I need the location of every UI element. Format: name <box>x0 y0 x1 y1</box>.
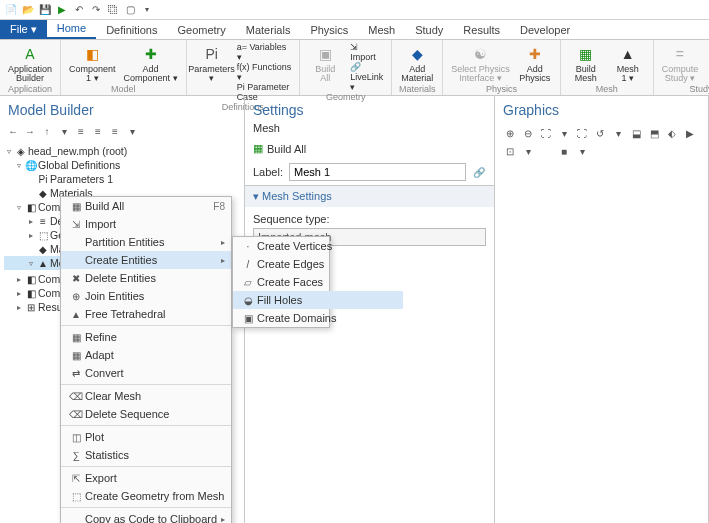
mb-tb-icon[interactable]: ≡ <box>108 124 122 138</box>
gx-tb-icon[interactable]: ▾ <box>557 126 571 140</box>
ribbon-add[interactable]: ✚Add Study <box>704 42 709 84</box>
tree-node[interactable]: ▿🌐Global Definitions <box>4 158 240 172</box>
label-label: Label: <box>253 166 283 178</box>
ribbon-build[interactable]: ▦Build Mesh <box>567 42 605 84</box>
gx-tb-icon[interactable] <box>539 144 553 158</box>
tree-node[interactable]: PiParameters 1 <box>4 172 240 186</box>
play-icon[interactable]: ▶ <box>55 3 69 17</box>
menu-free-tetrahedral[interactable]: ▲Free Tetrahedral <box>61 305 231 323</box>
tab-home[interactable]: Home <box>47 19 96 39</box>
graphics-pane: Graphics ⊕⊖⛶▾⛶↺▾⬓⬒⬖▶⊡▾■▾ <box>495 96 709 523</box>
graphics-canvas[interactable] <box>495 162 708 523</box>
menu-copy-as-code-to-clipboard[interactable]: Copy as Code to Clipboard▸ <box>61 510 231 523</box>
gx-tb-icon[interactable]: ■ <box>557 144 571 158</box>
tree-node[interactable]: ▿◈head_new.mph (root) <box>4 144 240 158</box>
ribbon-add[interactable]: ◆Add Material <box>398 42 436 84</box>
gx-tb-icon[interactable]: ↺ <box>593 126 607 140</box>
gx-tb-icon[interactable]: ⊕ <box>503 126 517 140</box>
create-entities-submenu: ·Create Vertices/Create Edges▱Create Fac… <box>232 236 330 328</box>
ribbon: AApplication BuilderApplication◧Componen… <box>0 40 709 96</box>
gx-tb-icon[interactable]: ⊖ <box>521 126 535 140</box>
mb-tb-icon[interactable]: ↑ <box>40 124 54 138</box>
tab-mesh[interactable]: Mesh <box>358 21 405 39</box>
quick-access-toolbar: 📄 📂 💾 ▶ ↶ ↷ ⿻ ▢ ▾ <box>0 0 709 20</box>
model-builder-title: Model Builder <box>8 102 236 118</box>
label-link-icon[interactable]: 🔗 <box>472 165 486 179</box>
mb-tb-icon[interactable]: ≡ <box>74 124 88 138</box>
mb-tb-icon[interactable]: ← <box>6 124 20 138</box>
gx-tb-icon[interactable]: ⬓ <box>629 126 643 140</box>
gx-tb-icon[interactable]: ⬒ <box>647 126 661 140</box>
tab-developer[interactable]: Developer <box>510 21 580 39</box>
label-input[interactable] <box>289 163 466 181</box>
menu-create-faces[interactable]: ▱Create Faces <box>233 273 403 291</box>
ribbon-component[interactable]: ◧Component 1 ▾ <box>67 42 118 84</box>
menu-adapt[interactable]: ▦Adapt <box>61 346 231 364</box>
mb-tb-icon[interactable]: ≡ <box>91 124 105 138</box>
model-builder-toolbar: ←→↑▾≡≡≡▾ <box>0 122 244 140</box>
menu-convert[interactable]: ⇄Convert <box>61 364 231 382</box>
tab-physics[interactable]: Physics <box>300 21 358 39</box>
mb-tb-icon[interactable]: → <box>23 124 37 138</box>
gx-tb-icon[interactable]: ▾ <box>521 144 535 158</box>
paste-icon[interactable]: ▢ <box>123 3 137 17</box>
menu-plot[interactable]: ◫Plot <box>61 428 231 446</box>
menu-build-all[interactable]: ▦Build AllF8 <box>61 197 231 215</box>
menu-create-vertices[interactable]: ·Create Vertices <box>233 237 403 255</box>
ribbon-stack-item[interactable]: a= Variables ▾ <box>235 42 294 62</box>
ribbon-application[interactable]: AApplication Builder <box>6 42 54 84</box>
ribbon-stack-item[interactable]: ⇲ Import <box>348 42 385 62</box>
tab-study[interactable]: Study <box>405 21 453 39</box>
ribbon-add[interactable]: ✚Add Component ▾ <box>122 42 180 84</box>
menu-partition-entities[interactable]: Partition Entities▸ <box>61 233 231 251</box>
save-icon[interactable]: 💾 <box>38 3 52 17</box>
tab-materials[interactable]: Materials <box>236 21 301 39</box>
graphics-toolbar: ⊕⊖⛶▾⛶↺▾⬓⬒⬖▶⊡▾■▾ <box>495 122 708 162</box>
doc-icon[interactable]: 📄 <box>4 3 18 17</box>
gx-tb-icon[interactable]: ▾ <box>611 126 625 140</box>
gx-tb-icon[interactable]: ⬖ <box>665 126 679 140</box>
tab-geometry[interactable]: Geometry <box>167 21 235 39</box>
sequence-type-label: Sequence type: <box>253 213 486 225</box>
tab-file[interactable]: File ▾ <box>0 20 47 39</box>
build-all-button[interactable]: ▦Build All <box>245 138 494 159</box>
menu-delete-entities[interactable]: ✖Delete Entities <box>61 269 231 287</box>
ribbon-add[interactable]: ✚Add Physics <box>516 42 554 84</box>
menu-statistics[interactable]: ∑Statistics <box>61 446 231 464</box>
gx-tb-icon[interactable]: ⊡ <box>503 144 517 158</box>
gx-tb-icon[interactable]: ▾ <box>575 144 589 158</box>
ribbon-build: ▣Build All <box>306 42 344 92</box>
menu-fill-holes[interactable]: ◒Fill Holes <box>233 291 403 309</box>
menu-create-entities[interactable]: Create Entities▸ <box>61 251 231 269</box>
gx-tb-icon[interactable]: ⛶ <box>539 126 553 140</box>
gx-tb-icon[interactable]: ⛶ <box>575 126 589 140</box>
dropdown-icon[interactable]: ▾ <box>140 3 154 17</box>
menu-export[interactable]: ⇱Export <box>61 469 231 487</box>
menu-create-domains[interactable]: ▣Create Domains <box>233 309 403 327</box>
ribbon-stack-item[interactable]: f(x) Functions ▾ <box>235 62 294 82</box>
mb-tb-icon[interactable]: ▾ <box>57 124 71 138</box>
menu-refine[interactable]: ▦Refine <box>61 328 231 346</box>
menu-create-edges[interactable]: /Create Edges <box>233 255 403 273</box>
ribbon-mesh[interactable]: ▲Mesh 1 ▾ <box>609 42 647 84</box>
ribbon-select-physics: ☯Select Physics Interface ▾ <box>449 42 512 84</box>
open-icon[interactable]: 📂 <box>21 3 35 17</box>
menu-clear-mesh[interactable]: ⌫Clear Mesh <box>61 387 231 405</box>
undo-icon[interactable]: ↶ <box>72 3 86 17</box>
menu-create-geometry-from-mesh[interactable]: ⬚Create Geometry from Mesh <box>61 487 231 505</box>
tab-results[interactable]: Results <box>453 21 510 39</box>
tab-definitions[interactable]: Definitions <box>96 21 167 39</box>
menu-import[interactable]: ⇲Import <box>61 215 231 233</box>
ribbon-stack-item[interactable]: 🔗 LiveLink ▾ <box>348 62 385 92</box>
ribbon-parameters[interactable]: PiParameters ▾ <box>193 42 231 102</box>
ribbon-compute: =Compute Study ▾ <box>660 42 701 84</box>
settings-subtitle: Mesh <box>245 122 494 138</box>
copy-icon[interactable]: ⿻ <box>106 3 120 17</box>
menu-delete-sequence[interactable]: ⌫Delete Sequence <box>61 405 231 423</box>
mesh-settings-section[interactable]: ▾ Mesh Settings <box>245 186 494 207</box>
redo-icon[interactable]: ↷ <box>89 3 103 17</box>
menu-join-entities[interactable]: ⊕Join Entities <box>61 287 231 305</box>
mb-tb-icon[interactable]: ▾ <box>125 124 139 138</box>
graphics-title: Graphics <box>503 102 700 118</box>
gx-tb-icon[interactable]: ▶ <box>683 126 697 140</box>
